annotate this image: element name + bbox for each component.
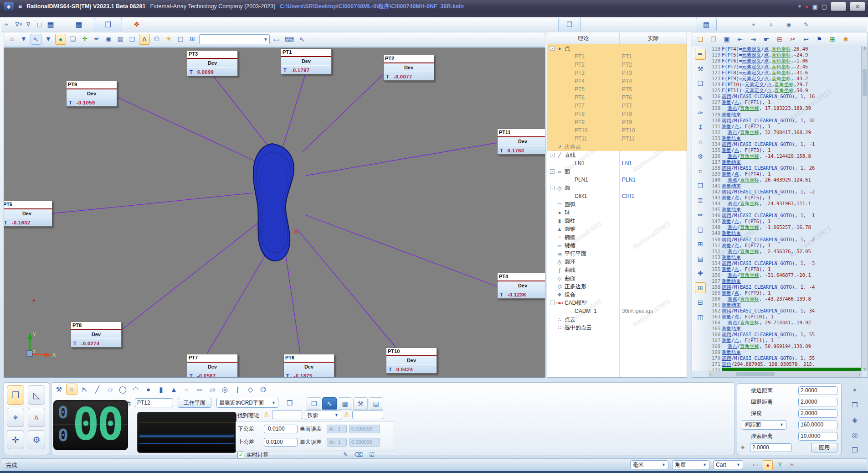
tree-row[interactable]: ◠ 圆弧 xyxy=(547,200,687,208)
toolbar-combobox[interactable]: ▼ xyxy=(199,34,270,44)
tree-row[interactable]: CIR1 CIR1 xyxy=(547,192,687,200)
apply-button[interactable]: 应用 xyxy=(811,443,837,452)
code-line[interactable]: ⇨ 140 测点/直角坐标, 26.403929,124.61 xyxy=(709,177,862,183)
toolbar-icon[interactable]: ❏ xyxy=(68,34,78,44)
setting-input[interactable] xyxy=(798,409,837,418)
feature-type-button[interactable]: ▱ xyxy=(104,384,116,395)
tree-expander-icon[interactable] xyxy=(550,46,555,51)
toolbar-icon[interactable]: ✒ xyxy=(92,34,102,44)
result-view-tab[interactable]: ▦ xyxy=(338,397,352,410)
right-strip-icon[interactable]: ◎ xyxy=(849,429,861,441)
measurement-callout[interactable]: PT4 Dev T -0.1236 xyxy=(497,273,545,299)
tree-row[interactable]: ▲ 圆锥 xyxy=(547,225,687,233)
result-view-tab[interactable]: ▤ xyxy=(369,397,383,410)
solid-model-icon[interactable]: ❒ xyxy=(287,399,293,407)
tree-item-actual[interactable]: PT2 xyxy=(619,62,687,68)
tree-row[interactable]: PT10 PT10 xyxy=(547,126,687,135)
main-tab[interactable]: ❖ xyxy=(123,18,150,31)
editor-strip-icon[interactable]: ⊟ xyxy=(695,297,706,308)
code-line[interactable]: ⇨ 145 测量结束 xyxy=(709,207,862,213)
tree-row[interactable]: ╱ 直线 xyxy=(547,151,687,159)
realtime-checkbox[interactable]: ✓ xyxy=(237,452,244,458)
code-line[interactable]: ⇨ 135 测量/点, F(PT3), 1 xyxy=(709,147,862,153)
tree-row[interactable]: ● 球 xyxy=(547,208,687,217)
tree-item-actual[interactable]: PT9 xyxy=(619,119,687,125)
mode-button[interactable]: ⚙ xyxy=(28,430,45,449)
code-line[interactable]: ⇨ 151 测量/点, F(PT7), 1 xyxy=(709,243,862,249)
angle-dropdown[interactable]: 角度 ▼ xyxy=(672,460,709,469)
tree-row[interactable]: ◎ 圆 xyxy=(547,184,687,192)
code-line[interactable]: ⇨ 139 测量/点, F(PT4), 1 xyxy=(709,171,862,177)
main-tab[interactable]: ▤ xyxy=(37,18,64,31)
tree-item-actual[interactable]: CIR1 xyxy=(619,193,687,199)
code-line[interactable]: ⇨ 141 测量结束 xyxy=(709,183,862,189)
code-line[interactable]: ⇨ 156 测点/直角坐标, -31.646877,-20.1 xyxy=(709,272,862,278)
code-line[interactable]: ⇨ 136 测点/直角坐标, -14.124429,158.8 xyxy=(709,153,862,159)
status-icon[interactable]: ● xyxy=(763,460,773,470)
code-line[interactable]: ⇨ 159 测量/点, F(PT9), 1 xyxy=(709,290,862,296)
insole-model[interactable] xyxy=(253,144,294,261)
tree-row[interactable]: ∴ 点云 xyxy=(547,315,687,323)
tree-row[interactable]: ▱ 面 xyxy=(547,167,687,176)
mode-button[interactable]: ⌖ xyxy=(7,408,24,427)
editor-strip-icon[interactable]: ⊞ xyxy=(695,239,706,249)
feature-type-button[interactable]: ⇱ xyxy=(79,384,90,395)
3d-viewport[interactable]: Y X Z PT3 Dev T 0.0099 PT1 Dev xyxy=(4,47,545,378)
code-line[interactable]: ⇨ 147 测量/点, F(PT6), 1 xyxy=(709,218,862,224)
close-button[interactable]: ✕ xyxy=(850,2,865,11)
mode-button[interactable]: A xyxy=(28,408,45,427)
tree-row[interactable]: PT3 PT3 xyxy=(547,69,687,77)
crd-plane-dropdown[interactable]: 最靠近的CRD平面 ▼ xyxy=(216,398,278,408)
projection-input[interactable] xyxy=(352,410,383,419)
tree-row[interactable]: PT8 PT8 xyxy=(547,110,687,118)
code-line[interactable]: ⇨ 155 测量/点, F(PT8), 1 xyxy=(709,266,862,272)
tree-item-actual[interactable]: LN1 xyxy=(619,160,687,166)
measurement-callout[interactable]: PT9 Dev T -0.1059 xyxy=(66,81,117,107)
tree-row[interactable]: LN1 LN1 xyxy=(547,159,687,167)
tree-row[interactable]: ▭ 键槽 xyxy=(547,241,687,249)
code-line[interactable]: ⇨ 131 测量/点, F(PT2), 1 xyxy=(709,124,862,130)
tree-row[interactable]: CADM_1 36r#.iges.igs xyxy=(547,307,687,315)
clearance-plane-dropdown[interactable]: 间距面 ▼ xyxy=(742,420,786,430)
editor-toolbar-icon[interactable]: ☛ xyxy=(762,35,771,44)
editor-strip-icon[interactable]: ✎ xyxy=(695,93,706,104)
right-strip-icon[interactable]: ⌖ xyxy=(849,384,861,396)
measurement-callout[interactable]: PT10 Dev T 0.0424 xyxy=(386,348,437,374)
upper-tolerance-input[interactable] xyxy=(264,438,298,447)
tree-row[interactable]: PT4 PT4 xyxy=(547,77,687,85)
toolbar-icon[interactable]: A xyxy=(139,34,150,45)
measurement-callout[interactable]: PT11 Dev T 0.1763 xyxy=(497,129,545,155)
code-line[interactable]: ⇨ 127 测量/点, F(PT1), 1 xyxy=(709,99,862,105)
mode-button[interactable]: ✛ xyxy=(7,430,24,449)
code-line[interactable]: ⇨ 164 测点/直角坐标, 29.714341,-19.92 xyxy=(709,320,862,326)
toolbar-icon[interactable]: ⌂ xyxy=(7,34,17,44)
code-line[interactable]: ⇨ 146 调用/M(EASI_CLEARPLN_GOTO), 1, -1 xyxy=(709,213,862,218)
actual-column-header[interactable]: 实际 xyxy=(620,33,687,44)
tree-row[interactable]: ▱ 平行平面 xyxy=(547,249,687,258)
editor-toolbar-icon[interactable]: ⚑ xyxy=(815,35,824,44)
theory-column-header[interactable]: 理论 xyxy=(547,33,620,44)
menu-icon[interactable]: ≡ xyxy=(18,3,22,10)
measurement-callout[interactable]: PT2 Dev T -0.0077 xyxy=(383,55,434,81)
toolbar-icon[interactable]: ⊞ xyxy=(187,34,197,44)
vertical-scroll-thumb[interactable] xyxy=(863,69,867,96)
tree-row[interactable]: ○ 椭圆 xyxy=(547,233,687,241)
erase-icon[interactable]: ⌫ xyxy=(354,451,363,458)
main-tab[interactable]: ⌖ xyxy=(7,18,35,31)
tree-item-actual[interactable]: PLN1 xyxy=(619,177,687,183)
code-line[interactable]: ⇨ 130 调用/M(EASI_CLEARPLN_GOTO), 1, 32 xyxy=(709,118,862,124)
probe-status-icon[interactable]: ⌖ xyxy=(798,3,801,10)
toolbar-icon[interactable]: ↖ xyxy=(31,34,41,45)
toolbar-icon[interactable]: ☀ xyxy=(164,34,174,44)
editor-strip-icon[interactable]: ⊞ xyxy=(695,282,706,293)
code-line[interactable]: ⇨ 143 测量/点, F(PT5), 1 xyxy=(709,195,862,201)
code-line[interactable]: ⇨ 152 测点/直角坐标, -2.456376,-52.05 xyxy=(709,249,862,255)
code-line[interactable]: ⇨ 157 测量结束 xyxy=(709,278,862,284)
toolbar-icon[interactable]: ▼ xyxy=(43,34,53,44)
result-view-tab[interactable]: ⚒ xyxy=(353,397,368,410)
main-tab[interactable]: ▦ xyxy=(65,18,92,31)
setting-input[interactable] xyxy=(798,386,837,395)
editor-side-icon[interactable]: ◉ xyxy=(784,20,793,29)
tree-row[interactable]: PT11 PT11 xyxy=(547,135,687,143)
horizontal-scrollbar[interactable]: ‹ › xyxy=(709,371,862,377)
